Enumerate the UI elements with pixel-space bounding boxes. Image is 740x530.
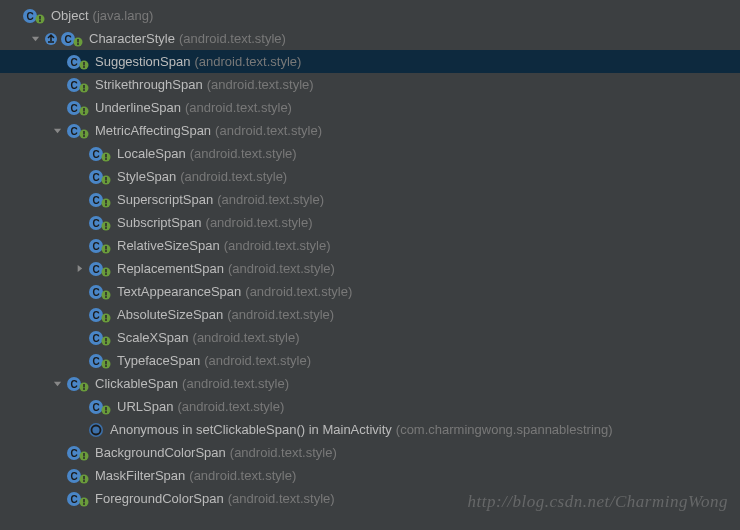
package-name: (android.text.style) — [185, 100, 292, 115]
svg-point-70 — [105, 319, 107, 321]
node-icon-group: C — [88, 192, 111, 208]
package-name: (android.text.style) — [227, 307, 334, 322]
tree-row[interactable]: CURLSpan(android.text.style) — [0, 395, 740, 418]
svg-rect-64 — [105, 292, 107, 296]
package-name: (java.lang) — [93, 8, 154, 23]
package-name: (android.text.style) — [182, 376, 289, 391]
svg-point-65 — [105, 296, 107, 298]
tree-row[interactable]: CObject(java.lang) — [0, 4, 740, 27]
svg-rect-3 — [39, 16, 41, 20]
svg-rect-39 — [105, 177, 107, 181]
tree-row[interactable]: Anonymous in setClickableSpan() in MainA… — [0, 418, 740, 441]
svg-point-102 — [83, 480, 85, 482]
node-icon-group — [88, 422, 104, 438]
node-icon-group: C — [88, 169, 111, 185]
class-name: CharacterStyle — [89, 31, 175, 46]
package-name: (android.text.style) — [206, 215, 313, 230]
svg-text:C: C — [70, 378, 77, 389]
class-name: ReplacementSpan — [117, 261, 224, 276]
tree-row[interactable]: CUnderlineSpan(android.text.style) — [0, 96, 740, 119]
class-name: StrikethroughSpan — [95, 77, 203, 92]
visibility-overlay-icon — [79, 451, 89, 461]
tree-row[interactable]: CStyleSpan(android.text.style) — [0, 165, 740, 188]
svg-text:C: C — [70, 493, 77, 504]
node-icon-group: C — [66, 468, 89, 484]
chevron-right-icon[interactable] — [72, 262, 86, 276]
svg-text:C: C — [70, 447, 77, 458]
svg-text:C: C — [92, 240, 99, 251]
node-icon-group: C — [88, 238, 111, 254]
svg-point-25 — [83, 112, 85, 114]
tree-row[interactable]: CMetricAffectingSpan(android.text.style) — [0, 119, 740, 142]
svg-point-60 — [105, 273, 107, 275]
svg-text:C: C — [92, 286, 99, 297]
tree-row[interactable]: CBackgroundColorSpan(android.text.style) — [0, 441, 740, 464]
tree-row[interactable]: CStrikethroughSpan(android.text.style) — [0, 73, 740, 96]
tree-row[interactable]: CTypefaceSpan(android.text.style) — [0, 349, 740, 372]
class-name: SuperscriptSpan — [117, 192, 213, 207]
svg-text:C: C — [92, 263, 99, 274]
node-icon-group: C — [88, 307, 111, 323]
class-name: AbsoluteSizeSpan — [117, 307, 223, 322]
svg-point-35 — [105, 158, 107, 160]
svg-point-15 — [83, 66, 85, 68]
svg-point-50 — [105, 227, 107, 229]
svg-text:C: C — [92, 148, 99, 159]
package-name: (android.text.style) — [228, 261, 335, 276]
node-icon-group: C — [60, 31, 83, 47]
class-name: LocaleSpan — [117, 146, 186, 161]
tree-row[interactable]: CTextAppearanceSpan(android.text.style) — [0, 280, 740, 303]
package-name: (android.text.style) — [189, 468, 296, 483]
chevron-down-icon[interactable] — [50, 124, 64, 138]
svg-rect-9 — [77, 39, 79, 43]
package-name: (android.text.style) — [194, 54, 301, 69]
visibility-overlay-icon — [101, 405, 111, 415]
svg-text:C: C — [70, 56, 77, 67]
tree-row[interactable]: CScaleXSpan(android.text.style) — [0, 326, 740, 349]
visibility-overlay-icon — [101, 244, 111, 254]
svg-text:C: C — [70, 470, 77, 481]
tree-row[interactable]: CSuperscriptSpan(android.text.style) — [0, 188, 740, 211]
visibility-overlay-icon — [35, 14, 45, 24]
class-name: ScaleXSpan — [117, 330, 189, 345]
package-name: (android.text.style) — [217, 192, 324, 207]
visibility-overlay-icon — [79, 106, 89, 116]
node-icon-group: C — [88, 330, 111, 346]
tree-row[interactable]: CSuggestionSpan(android.text.style) — [0, 50, 740, 73]
package-name: (android.text.style) — [207, 77, 314, 92]
tree-row[interactable]: CClickableSpan(android.text.style) — [0, 372, 740, 395]
svg-text:C: C — [92, 332, 99, 343]
visibility-overlay-icon — [101, 359, 111, 369]
package-name: (android.text.style) — [228, 491, 335, 506]
tree-row[interactable]: CReplacementSpan(android.text.style) — [0, 257, 740, 280]
visibility-overlay-icon — [101, 290, 111, 300]
node-icon-group: C — [66, 100, 89, 116]
svg-text:C: C — [70, 125, 77, 136]
tree-row[interactable]: CAbsoluteSizeSpan(android.text.style) — [0, 303, 740, 326]
tree-row[interactable]: CCharacterStyle(android.text.style) — [0, 27, 740, 50]
class-name: StyleSpan — [117, 169, 176, 184]
node-icon-group: C — [88, 284, 111, 300]
node-icon-group: C — [66, 77, 89, 93]
class-name: UnderlineSpan — [95, 100, 181, 115]
tree-row[interactable]: CForegroundColorSpan(android.text.style) — [0, 487, 740, 510]
svg-rect-96 — [83, 453, 85, 457]
class-hierarchy-tree: CObject(java.lang)CCharacterStyle(androi… — [0, 0, 740, 514]
svg-rect-89 — [105, 407, 107, 411]
class-name: ClickableSpan — [95, 376, 178, 391]
chevron-down-icon[interactable] — [50, 377, 64, 391]
node-icon-group: C — [88, 215, 111, 231]
tree-row[interactable]: CMaskFilterSpan(android.text.style) — [0, 464, 740, 487]
visibility-overlay-icon — [101, 175, 111, 185]
anonymous-class-icon — [88, 422, 104, 438]
svg-text:C: C — [92, 355, 99, 366]
class-name: Object — [51, 8, 89, 23]
svg-rect-74 — [105, 338, 107, 342]
tree-row[interactable]: CRelativeSizeSpan(android.text.style) — [0, 234, 740, 257]
chevron-down-icon[interactable] — [28, 32, 42, 46]
node-icon-group: C — [88, 353, 111, 369]
tree-row[interactable]: CLocaleSpan(android.text.style) — [0, 142, 740, 165]
tree-row[interactable]: CSubscriptSpan(android.text.style) — [0, 211, 740, 234]
svg-text:C: C — [70, 79, 77, 90]
visibility-overlay-icon — [101, 313, 111, 323]
